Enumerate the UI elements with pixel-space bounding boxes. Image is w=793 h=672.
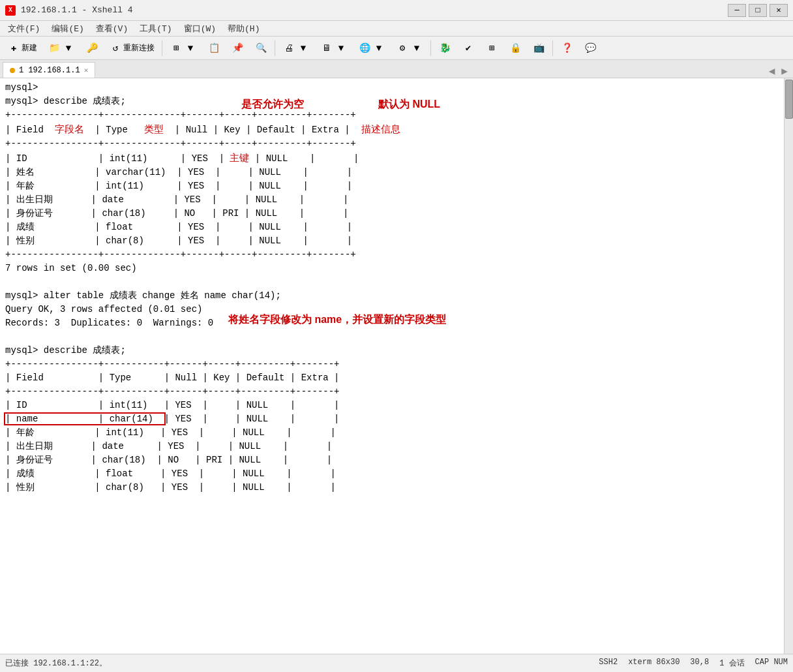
print-icon: 🖨 <box>282 42 295 55</box>
sep4 <box>552 40 553 56</box>
folder-button[interactable]: 📁 ▼ <box>43 39 80 57</box>
print-button[interactable]: 🖨 ▼ <box>278 39 314 57</box>
status-xterm: xterm 86x30 <box>628 658 680 669</box>
minimize-button[interactable]: — <box>728 4 746 17</box>
title-bar-left: X 192.168.1.1 - Xshell 4 <box>5 5 133 16</box>
apps-icon: ⊞ <box>485 42 498 55</box>
grid-button[interactable]: ⊞ ▼ <box>165 39 202 57</box>
tab-bar: 1 192.168.1.1 ✕ ◀ ▶ <box>0 60 793 78</box>
grid-icon: ⊞ <box>170 42 183 55</box>
settings-button[interactable]: ⚙ ▼ <box>391 39 428 57</box>
terminal-wrapper: mysql> mysql> describe 成绩表; +-----------… <box>0 78 793 654</box>
paste-button[interactable]: 📌 <box>226 39 248 57</box>
chevron-down4: ▼ <box>335 42 348 55</box>
chat-icon: 💬 <box>584 42 597 55</box>
reconnect-label: 重新连接 <box>123 42 155 53</box>
chevron-down5: ▼ <box>372 42 385 55</box>
tab-session1[interactable]: 1 192.168.1.1 ✕ <box>3 62 95 78</box>
status-connection: 已连接 192.168.1.1:22。 <box>5 658 107 669</box>
check-button[interactable]: ✔ <box>457 39 479 57</box>
chevron-down6: ▼ <box>410 42 423 55</box>
tab-nav-left[interactable]: ◀ <box>766 65 778 78</box>
title-bar: X 192.168.1.1 - Xshell 4 — □ ✕ <box>0 0 793 21</box>
monitor-button[interactable]: 📺 <box>528 39 550 57</box>
lock-button[interactable]: 🔒 <box>504 39 526 57</box>
display-button[interactable]: 🖥 ▼ <box>316 39 352 57</box>
window-title: 192.168.1.1 - Xshell 4 <box>21 5 133 15</box>
status-bar: 已连接 192.168.1.1:22。 SSH2 xterm 86x30 30,… <box>0 654 793 672</box>
menu-view[interactable]: 查看(V) <box>91 22 133 36</box>
tab-status-dot <box>10 68 15 73</box>
sep1 <box>162 40 162 56</box>
close-button[interactable]: ✕ <box>770 4 788 17</box>
search-icon: 🔍 <box>254 42 267 55</box>
terminal-content: mysql> mysql> describe 成绩表; +-----------… <box>5 81 788 508</box>
menu-file[interactable]: 文件(F) <box>3 22 45 36</box>
chevron-down-icon: ▼ <box>62 42 75 55</box>
status-position: 30,8 <box>690 658 709 669</box>
sep2 <box>275 40 275 56</box>
window-controls: — □ ✕ <box>728 4 788 17</box>
status-ssh: SSH2 <box>599 658 618 669</box>
menu-window[interactable]: 窗口(W) <box>179 22 221 36</box>
copy-icon: 📋 <box>207 42 220 55</box>
menu-edit[interactable]: 编辑(E) <box>46 22 89 36</box>
tab-nav-right[interactable]: ▶ <box>779 65 790 78</box>
paste-icon: 📌 <box>231 42 244 55</box>
help-button[interactable]: ❓ <box>556 39 578 57</box>
annotation-default: 默认为 NULL <box>378 97 440 112</box>
help-icon: ❓ <box>560 42 573 55</box>
settings-icon: ⚙ <box>396 42 409 55</box>
key-icon: 🔑 <box>85 42 98 55</box>
status-right: SSH2 xterm 86x30 30,8 1 会话 CAP NUM <box>599 658 788 669</box>
tab-close-button[interactable]: ✕ <box>84 66 89 74</box>
annotation-rename: 将姓名字段修改为 name，并设置新的字段类型 <box>228 312 446 328</box>
new-label: 新建 <box>22 42 37 53</box>
scrollbar-thumb[interactable] <box>785 80 793 119</box>
status-sessions: 1 会话 <box>719 658 744 669</box>
terminal[interactable]: mysql> mysql> describe 成绩表; +-----------… <box>0 78 793 654</box>
new-icon: ✚ <box>7 42 20 55</box>
monitor-icon: 📺 <box>532 42 545 55</box>
copy-button[interactable]: 📋 <box>203 39 225 57</box>
menu-tools[interactable]: 工具(T) <box>134 22 177 36</box>
check-icon: ✔ <box>462 42 475 55</box>
menu-help[interactable]: 帮助(H) <box>222 22 265 36</box>
reconnect-button[interactable]: ↺ 重新连接 <box>104 39 159 57</box>
chevron-down-icon2: ▼ <box>184 42 197 55</box>
annotation-null: 是否允许为空 <box>241 97 304 112</box>
search-button[interactable]: 🔍 <box>250 39 272 57</box>
dragon-icon: 🐉 <box>438 42 451 55</box>
toolbar: ✚ 新建 📁 ▼ 🔑 ↺ 重新连接 ⊞ ▼ 📋 📌 🔍 🖨 <box>0 37 793 60</box>
lock-icon: 🔒 <box>509 42 522 55</box>
menu-bar: 文件(F) 编辑(E) 查看(V) 工具(T) 窗口(W) 帮助(H) <box>0 21 793 37</box>
chevron-down3: ▼ <box>297 42 310 55</box>
tab-navigation: ◀ ▶ <box>766 65 793 78</box>
tab-label: 1 192.168.1.1 <box>19 66 80 75</box>
display-icon: 🖥 <box>320 42 333 55</box>
dragon-button[interactable]: 🐉 <box>434 39 456 57</box>
chat-button[interactable]: 💬 <box>579 39 601 57</box>
status-caps: CAP NUM <box>755 658 788 669</box>
globe-icon: 🌐 <box>358 42 371 55</box>
sep3 <box>430 40 431 56</box>
apps-button[interactable]: ⊞ <box>481 39 503 57</box>
app-window: X 192.168.1.1 - Xshell 4 — □ ✕ 文件(F) 编辑(… <box>0 0 793 672</box>
globe-button[interactable]: 🌐 ▼ <box>353 39 390 57</box>
key-button[interactable]: 🔑 <box>81 39 103 57</box>
app-icon: X <box>5 5 16 16</box>
maximize-button[interactable]: □ <box>749 4 767 17</box>
vertical-scrollbar[interactable] <box>784 78 793 654</box>
new-button[interactable]: ✚ 新建 <box>3 39 42 57</box>
folder-icon: 📁 <box>48 42 61 55</box>
reconnect-icon: ↺ <box>109 42 122 55</box>
